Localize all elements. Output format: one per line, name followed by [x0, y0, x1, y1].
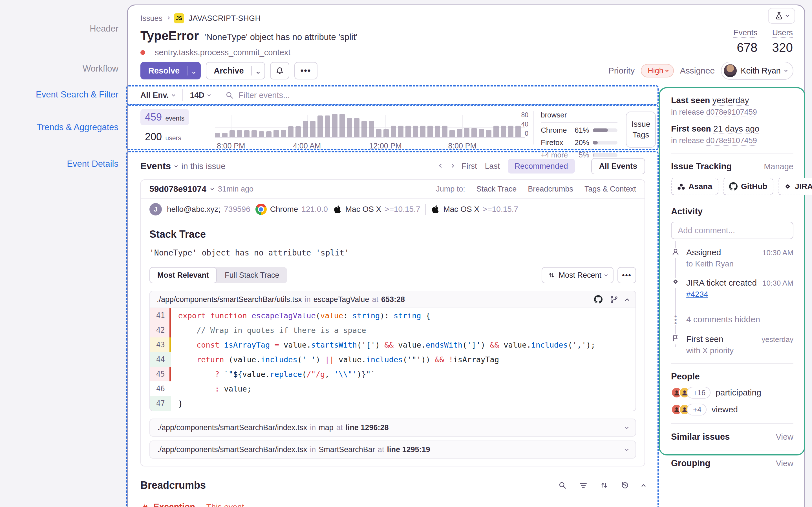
environment-selector[interactable]: All Env.: [140, 91, 175, 100]
first-event-button[interactable]: First: [462, 162, 477, 171]
search-icon[interactable]: [559, 482, 566, 489]
viewers-label: viewed: [712, 405, 738, 414]
users-stat-label[interactable]: Users: [772, 28, 793, 37]
event-id-dropdown[interactable]: 59d078e91074: [149, 184, 206, 194]
experiment-flask-button[interactable]: [768, 8, 795, 24]
chevron-down-icon: [604, 273, 608, 277]
code-line[interactable]: 47}: [150, 396, 636, 411]
collapse-section-chevron[interactable]: [642, 484, 646, 489]
breadcrumb-project[interactable]: JAVASCRIPT-SHGH: [189, 14, 261, 23]
all-events-button[interactable]: All Events: [591, 158, 645, 174]
recommended-tab[interactable]: Recommended: [508, 159, 575, 173]
browser-row[interactable]: Firefox20%: [541, 137, 617, 148]
github-button[interactable]: GitHub: [723, 178, 773, 195]
jump-link-tags-context[interactable]: Tags & Context: [585, 185, 636, 193]
stack-trace-tabs: Most Relevant Full Stack Trace: [149, 267, 287, 283]
github-icon: [729, 182, 738, 191]
code-line[interactable]: 42 // Wrap in quotes if there is a space: [150, 323, 636, 337]
stack-trace-options-button[interactable]: •••: [617, 267, 636, 283]
code-line[interactable]: 45 ? `"${value.replace(/"/g, '\\"')}"`: [150, 367, 636, 381]
browser-tag[interactable]: Chrome 121.0.0: [255, 204, 328, 215]
tracker-label: JIRA: [795, 182, 812, 191]
people-heading: People: [671, 372, 794, 382]
os-name: Mac OS X: [345, 205, 382, 214]
annotation-event-details: Event Details: [11, 159, 118, 169]
previous-event-button[interactable]: [439, 163, 444, 168]
filter-icon[interactable]: [579, 482, 587, 489]
collapsed-frame-row[interactable]: ./app/components/smartSearchBar/index.ts…: [149, 441, 636, 459]
jump-to-label: Jump to:: [436, 185, 465, 193]
jira-button[interactable]: JIRA: [778, 178, 812, 195]
manage-link[interactable]: Manage: [764, 162, 794, 171]
resolve-button[interactable]: Resolve: [140, 62, 201, 79]
tab-full-stack-trace[interactable]: Full Stack Trace: [217, 271, 287, 280]
first-seen-value[interactable]: 21 days ago: [713, 124, 759, 133]
events-stat-label[interactable]: Events: [733, 28, 758, 37]
release-link[interactable]: d078e9107459: [706, 136, 757, 145]
jump-link-breadcrumbs[interactable]: Breadcrumbs: [528, 185, 573, 193]
similar-issues-view-link[interactable]: View: [776, 432, 794, 442]
filter-events-input[interactable]: [238, 91, 548, 100]
breadcrumb-issues-link[interactable]: Issues: [140, 14, 162, 23]
assignee-dropdown[interactable]: Keith Ryan: [721, 62, 794, 80]
users-count-line[interactable]: 200 users: [140, 131, 194, 143]
volume-bar: [464, 128, 469, 137]
next-event-button[interactable]: [450, 163, 455, 168]
issue-title: TypeError: [140, 29, 199, 43]
last-seen-value[interactable]: yesterday: [712, 96, 749, 105]
viewers-overflow-badge[interactable]: +4: [687, 404, 707, 415]
volume-bar: [303, 121, 308, 137]
collapsed-frame-row[interactable]: ./app/components/smartSearchBar/index.ts…: [149, 418, 636, 437]
add-comment-input[interactable]: [671, 222, 794, 239]
sort-arrows-icon[interactable]: [600, 482, 608, 489]
browser-row-bar-fill: [593, 128, 608, 132]
github-icon[interactable]: [594, 295, 603, 304]
jump-link-stack-trace[interactable]: Stack Trace: [476, 185, 517, 193]
chevron-down-icon: [207, 93, 211, 97]
last-event-button[interactable]: Last: [485, 162, 500, 171]
code-line[interactable]: 41export function escapeTagValue(value: …: [150, 308, 636, 323]
archive-dropdown[interactable]: [252, 66, 264, 75]
resolve-dropdown[interactable]: [188, 66, 200, 75]
more-actions-button[interactable]: •••: [294, 62, 317, 79]
activity-title: JIRA ticket created: [686, 278, 757, 288]
release-link[interactable]: d078e9107459: [706, 108, 757, 116]
browser-row[interactable]: Chrome61%: [541, 125, 617, 135]
participants-overflow-badge[interactable]: +16: [687, 387, 711, 399]
volume-bar: [325, 115, 330, 137]
code-line[interactable]: 46 : value;: [150, 381, 636, 396]
history-clock-icon[interactable]: [621, 482, 629, 489]
browser-row[interactable]: +4 more5%: [541, 150, 617, 160]
priority-dropdown[interactable]: High: [641, 64, 674, 77]
resolve-button-label: Resolve: [141, 66, 187, 75]
events-dropdown[interactable]: Events: [140, 161, 171, 172]
jira-ticket-link[interactable]: #4234: [686, 290, 708, 299]
stack-frame-card: ./app/components/smartSearchBar/utils.ts…: [149, 291, 636, 411]
stack-frame-header[interactable]: ./app/components/smartSearchBar/utils.ts…: [150, 291, 636, 308]
divider: [150, 48, 150, 57]
asana-button[interactable]: Asana: [671, 178, 718, 195]
tab-most-relevant[interactable]: Most Relevant: [149, 267, 217, 283]
sort-most-recent-button[interactable]: Most Recent: [542, 267, 613, 283]
volume-bar: [237, 130, 242, 137]
unresolved-status-dot-icon: [140, 50, 145, 55]
grouping-view-link[interactable]: View: [776, 459, 794, 468]
collapse-frame-chevron[interactable]: [625, 298, 629, 302]
os-tag[interactable]: Mac OS X >=10.15.7: [333, 205, 420, 214]
code-line[interactable]: 44 return (value.includes(' ') || value.…: [150, 352, 636, 367]
issue-tags-button[interactable]: Issue Tags: [626, 112, 656, 148]
archive-button[interactable]: Archive: [206, 62, 265, 79]
hidden-comments-label[interactable]: 4 comments hidden: [686, 315, 794, 324]
code-line[interactable]: 43 const isArrayTag = value.startsWith('…: [150, 337, 636, 352]
volume-bar: [230, 130, 235, 137]
git-branch-icon[interactable]: [610, 295, 618, 304]
os-tag[interactable]: Mac OS X >=10.15.7: [431, 205, 518, 214]
divider: [583, 160, 583, 172]
user-tag[interactable]: hello@abc.xyz; 739596: [167, 205, 250, 214]
activity-title: First seen: [686, 334, 723, 344]
exception-flame-icon: [140, 503, 149, 507]
date-range-selector[interactable]: 14D: [190, 91, 210, 100]
tracker-label: Asana: [689, 182, 712, 191]
subscribe-bell-button[interactable]: [270, 62, 289, 79]
events-count-pill[interactable]: 459 events: [140, 109, 189, 125]
